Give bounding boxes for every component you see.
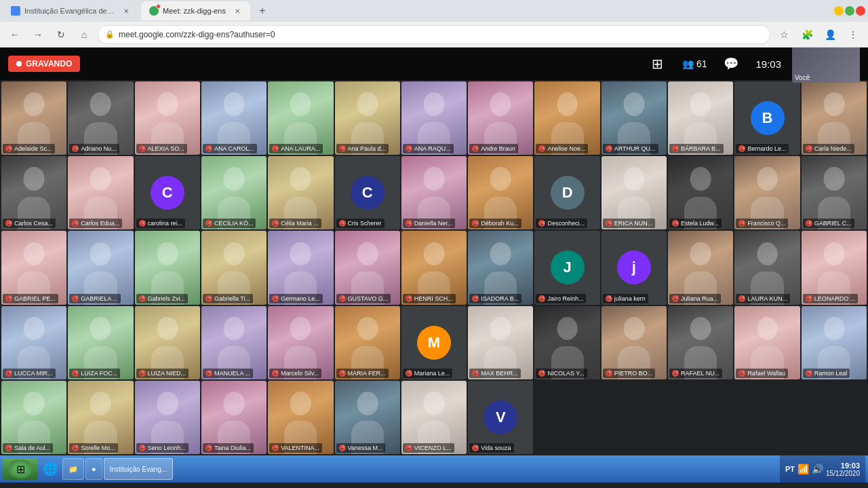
- participant-tile: Gabriels Zvi...: [135, 231, 200, 304]
- mute-icon: [406, 295, 412, 302]
- participant-tile: Ramon Leal: [802, 306, 867, 379]
- participant-tile: CECÍLIA KÖ...: [201, 156, 267, 229]
- reload-button[interactable]: ↻: [52, 25, 71, 44]
- clock-time: 19:03: [826, 462, 860, 470]
- participant-tile: VICENZO L...: [401, 381, 467, 454]
- window-controls: [834, 6, 865, 16]
- participant-tile: LAURA KUN...: [734, 231, 800, 304]
- mute-icon: [738, 370, 745, 377]
- participant-tile: Daniella Ner...: [401, 156, 467, 229]
- participant-name: Marcelo Silv...: [269, 369, 321, 378]
- tab1-close[interactable]: ✕: [123, 6, 130, 16]
- participant-tile: MARIA FER...: [335, 306, 400, 379]
- participant-tile: Déborah Ku...: [468, 156, 533, 229]
- participant-tile: MMariana Le...: [401, 306, 467, 379]
- participant-name: MANUELA ...: [203, 369, 253, 378]
- participant-tile: Anelise Noe...: [534, 81, 599, 155]
- participant-tile: CCris Scherer: [335, 156, 400, 229]
- volume-icon[interactable]: 🔊: [812, 464, 823, 474]
- participant-count[interactable]: 👥 61: [682, 58, 707, 69]
- mute-icon: [538, 370, 545, 377]
- maximize-button[interactable]: [845, 6, 854, 16]
- menu-button[interactable]: ⋮: [844, 25, 863, 44]
- participant-name: Ana Paula d...: [336, 144, 389, 153]
- mute-icon: [406, 445, 412, 451]
- ie-taskbar[interactable]: 🌐: [39, 458, 61, 480]
- tab2-title: Meet: zzk-digg-ens: [163, 7, 226, 15]
- participant-name: Anelise Noe...: [536, 144, 588, 153]
- minimize-button[interactable]: [834, 6, 844, 16]
- participant-name: PIETRO BO...: [603, 369, 656, 378]
- you-tile: Você: [792, 48, 860, 83]
- mute-icon: [205, 145, 212, 152]
- close-button[interactable]: [856, 6, 865, 16]
- participant-name: LEONARDO ...: [803, 294, 859, 303]
- people-icon: 👥: [682, 58, 694, 69]
- mute-icon: [139, 445, 146, 451]
- mute-icon: [806, 145, 812, 152]
- mute-icon: [139, 295, 146, 302]
- mute-icon: [538, 220, 545, 227]
- address-bar[interactable]: 🔒 meet.google.com/zzk-digg-ens?authuser=…: [98, 25, 770, 44]
- participant-tile: VVida souza: [468, 381, 533, 454]
- new-tab-button[interactable]: +: [253, 1, 272, 20]
- mute-icon: [5, 445, 12, 451]
- network-icon[interactable]: 📶: [797, 464, 809, 474]
- mute-icon: [606, 145, 612, 152]
- participant-name: Desconheci...: [536, 219, 587, 228]
- participant-name: Gabriels Zvi...: [136, 294, 189, 303]
- home-button[interactable]: ⌂: [75, 25, 94, 44]
- bookmark-button[interactable]: ☆: [774, 25, 793, 44]
- tab1-title: Instituição Evangélica de Novo H...: [24, 7, 116, 15]
- participant-name: ANA CAROL...: [203, 144, 257, 153]
- participant-tile: Sorelle Mo...: [68, 381, 133, 454]
- chrome-icon: ●: [92, 465, 96, 473]
- start-button[interactable]: ⊞: [3, 458, 38, 480]
- profile-button[interactable]: 👤: [821, 25, 840, 44]
- topbar-right: ⊞ 👥 61 💬 19:03 Você: [644, 48, 860, 83]
- participant-name: Adelaide Sc...: [3, 144, 55, 153]
- participant-name: Carla Niede...: [803, 144, 854, 153]
- participant-tile: LUIZA FOC...: [68, 306, 133, 379]
- mute-icon: [272, 145, 279, 152]
- participant-name: MARIA FER...: [336, 369, 389, 378]
- browser-window: Instituição Evangélica de Novo H... ✕ Me…: [0, 0, 868, 48]
- mute-icon: [806, 295, 812, 302]
- taskbar-clock: 19:03 15/12/2020: [826, 462, 860, 477]
- explorer-icon: 📁: [68, 465, 78, 474]
- participant-tile: LUCCA MIR...: [1, 306, 66, 379]
- tab-2[interactable]: Meet: zzk-digg-ens ✕: [141, 1, 250, 20]
- mute-icon: [205, 445, 212, 451]
- extensions-button[interactable]: 🧩: [797, 25, 816, 44]
- tab-1[interactable]: Instituição Evangélica de Novo H... ✕: [3, 1, 138, 20]
- grid-view-button[interactable]: ⊞: [644, 50, 671, 77]
- chat-button[interactable]: 💬: [717, 50, 745, 77]
- taskbar-explorer[interactable]: 📁: [62, 458, 84, 480]
- mute-icon: [272, 295, 279, 302]
- participant-tile: Marcelo Silv...: [268, 306, 333, 379]
- mute-icon: [738, 220, 745, 227]
- tab2-close[interactable]: ✕: [233, 6, 242, 16]
- mute-icon: [538, 295, 545, 302]
- lock-icon: 🔒: [105, 30, 115, 39]
- participant-name: Carlos Cesa...: [3, 219, 56, 228]
- taskbar-active-tab[interactable]: Instituição Evang...: [104, 458, 174, 480]
- participant-tile: Sala de Aul...: [1, 381, 66, 454]
- participant-name: Carlos Edua...: [69, 219, 122, 228]
- participant-tile: LUIZA NIED...: [135, 306, 200, 379]
- participant-tile: VALENTINA...: [268, 381, 333, 454]
- recording-label: GRAVANDO: [26, 59, 72, 69]
- participant-name: LAURA KUN...: [736, 294, 790, 303]
- participant-tile: DDesconheci...: [534, 156, 599, 229]
- participant-name: BÁRBARA B...: [669, 144, 724, 153]
- forward-button[interactable]: →: [28, 25, 47, 44]
- participant-tile: Adriano Nu...: [68, 81, 133, 155]
- mute-icon: [606, 220, 612, 227]
- mute-icon: [406, 220, 412, 227]
- back-button[interactable]: ←: [5, 25, 24, 44]
- mute-icon: [5, 370, 12, 377]
- participant-tile: MANUELA ...: [201, 306, 267, 379]
- participant-name: Seno Leonh...: [136, 443, 189, 453]
- participant-tile: Carla Niede...: [802, 81, 867, 155]
- taskbar-chrome[interactable]: ●: [85, 458, 102, 480]
